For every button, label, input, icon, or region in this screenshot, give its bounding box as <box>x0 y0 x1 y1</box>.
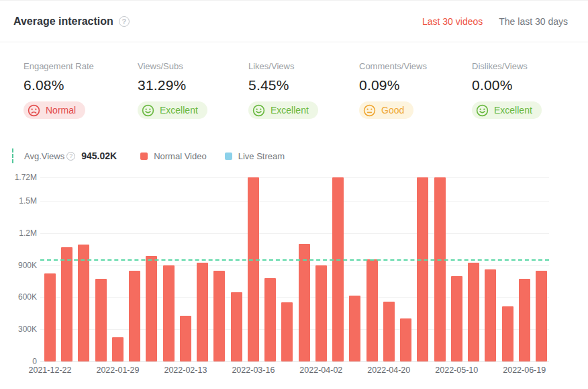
bar[interactable] <box>213 271 225 361</box>
bar[interactable] <box>400 318 411 361</box>
x-tick-label: 2022-04-02 <box>291 365 351 375</box>
bar[interactable] <box>44 273 56 361</box>
bar[interactable] <box>180 316 191 361</box>
avg-views-line <box>40 259 549 261</box>
x-tick-label: 2022-03-16 <box>223 365 283 375</box>
grid-line <box>40 361 549 362</box>
bar[interactable] <box>299 244 310 361</box>
bar[interactable] <box>61 247 72 361</box>
bar[interactable] <box>112 337 124 361</box>
x-tick-label: 2022-06-19 <box>494 365 554 375</box>
y-tick-label: 1.5M <box>0 196 37 206</box>
bar[interactable] <box>332 177 344 361</box>
bar[interactable] <box>78 245 89 361</box>
bar[interactable] <box>451 276 462 361</box>
bar[interactable] <box>434 177 446 361</box>
bar[interactable] <box>95 279 107 361</box>
average-interaction-card: Average interaction ? Last 30 videos The… <box>0 0 588 389</box>
x-tick-label: 2022-05-10 <box>426 365 487 375</box>
x-tick-label: 2021-12-22 <box>20 365 81 375</box>
y-tick-label: 900K <box>0 260 37 271</box>
bar[interactable] <box>248 177 259 361</box>
grid-line <box>40 177 549 178</box>
y-tick-label: 1.72M <box>0 172 37 183</box>
x-tick-label: 2022-01-29 <box>87 365 148 375</box>
x-tick-label: 2022-02-13 <box>155 365 215 375</box>
bar[interactable] <box>163 265 175 361</box>
bar[interactable] <box>536 271 547 361</box>
grid-line <box>40 233 549 234</box>
bar[interactable] <box>485 269 496 361</box>
bar[interactable] <box>231 292 242 361</box>
views-bar-chart: 0300K600K900K1.2M1.5M1.72M2021-12-222022… <box>0 1 588 389</box>
bar[interactable] <box>264 278 276 361</box>
bar[interactable] <box>349 296 360 361</box>
bar[interactable] <box>519 279 530 361</box>
bar[interactable] <box>197 263 208 361</box>
bar[interactable] <box>468 263 479 361</box>
x-tick-label: 2022-04-20 <box>358 365 419 375</box>
bar[interactable] <box>417 177 428 361</box>
bar[interactable] <box>129 271 140 361</box>
y-tick-label: 600K <box>0 292 37 302</box>
y-tick-label: 1.2M <box>0 228 37 239</box>
bar[interactable] <box>383 302 395 361</box>
y-tick-label: 300K <box>0 324 37 335</box>
bar[interactable] <box>315 265 327 361</box>
bar[interactable] <box>281 302 293 361</box>
bar[interactable] <box>366 259 378 361</box>
bar[interactable] <box>146 256 157 361</box>
grid-line <box>40 201 549 202</box>
bar[interactable] <box>502 306 513 361</box>
